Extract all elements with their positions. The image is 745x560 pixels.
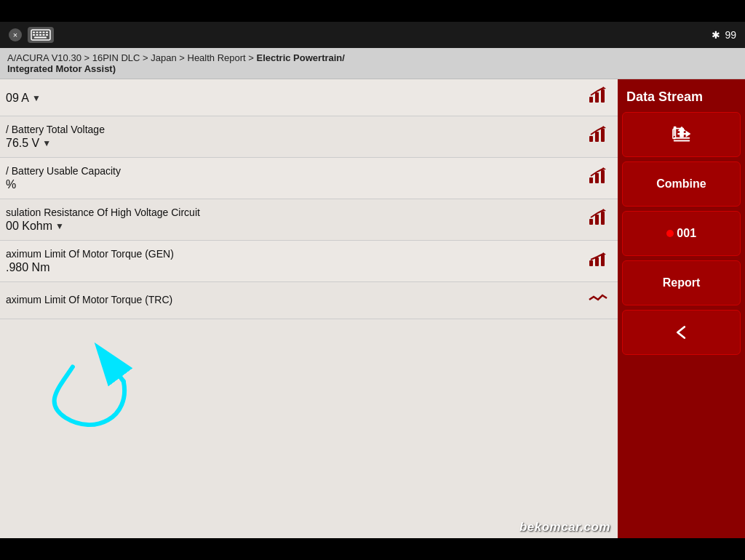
data-value: 09 A ▼ bbox=[6, 92, 587, 105]
combine-button[interactable]: Combine bbox=[622, 161, 741, 207]
data-label: aximum Limit Of Motor Torque (TRC) bbox=[6, 294, 587, 305]
table-row: / Battery Usable Capacity % bbox=[0, 158, 618, 199]
rec-dot-icon bbox=[666, 230, 674, 237]
export-icon bbox=[671, 124, 693, 145]
status-left: × bbox=[9, 27, 54, 43]
record-button[interactable]: 001 bbox=[622, 211, 741, 256]
breadcrumb-path: A/ACURA V10.30 > 16PIN DLC > Japan > Hea… bbox=[7, 52, 257, 63]
data-list: 09 A ▼ / Battery Total bbox=[0, 79, 618, 538]
svg-rect-14 bbox=[601, 89, 605, 103]
svg-rect-1 bbox=[33, 32, 35, 33]
status-right: ✱ 99 bbox=[712, 29, 736, 41]
dropdown-arrow-icon[interactable]: ▼ bbox=[55, 221, 64, 231]
row-left: / Battery Total Voltage 76.5 V ▼ bbox=[6, 124, 587, 150]
dropdown-arrow-icon[interactable]: ▼ bbox=[32, 93, 41, 103]
close-label: × bbox=[13, 31, 17, 39]
data-value: % bbox=[6, 178, 587, 191]
svg-rect-9 bbox=[43, 34, 45, 36]
svg-rect-26 bbox=[601, 212, 605, 225]
combine-label: Combine bbox=[656, 177, 706, 191]
breadcrumb: A/ACURA V10.30 > 16PIN DLC > Japan > Hea… bbox=[0, 48, 745, 79]
data-label: / Battery Total Voltage bbox=[6, 124, 587, 135]
row-left: aximum Limit Of Motor Torque (TRC) bbox=[6, 294, 587, 307]
svg-rect-24 bbox=[589, 219, 593, 225]
svg-rect-18 bbox=[601, 129, 605, 142]
data-label: sulation Resistance Of High Voltage Circ… bbox=[6, 207, 587, 218]
svg-rect-2 bbox=[36, 32, 39, 33]
svg-rect-10 bbox=[46, 34, 48, 36]
report-button[interactable]: Report bbox=[622, 260, 741, 305]
svg-rect-13 bbox=[595, 92, 599, 103]
svg-rect-6 bbox=[33, 34, 35, 36]
svg-rect-20 bbox=[589, 177, 593, 183]
chart-icon[interactable] bbox=[587, 289, 609, 311]
chart-icon[interactable] bbox=[587, 250, 609, 272]
data-label: / Battery Usable Capacity bbox=[6, 165, 587, 177]
row-left: aximum Limit Of Motor Torque (GEN) .980 … bbox=[6, 248, 587, 274]
svg-rect-11 bbox=[34, 37, 47, 39]
data-value: .980 Nm bbox=[6, 261, 587, 274]
row-left: sulation Resistance Of High Voltage Circ… bbox=[6, 207, 587, 233]
svg-marker-41 bbox=[685, 130, 690, 137]
table-row: aximum Limit Of Motor Torque (TRC) bbox=[0, 282, 618, 319]
svg-rect-35 bbox=[673, 140, 690, 142]
right-sidebar: Data Stream Combine bbox=[618, 79, 745, 538]
svg-rect-25 bbox=[595, 215, 599, 225]
chart-icon[interactable] bbox=[587, 87, 609, 108]
svg-rect-12 bbox=[589, 97, 593, 103]
chart-icon[interactable] bbox=[587, 126, 609, 148]
svg-rect-21 bbox=[595, 173, 599, 183]
row-left: / Battery Usable Capacity % bbox=[6, 165, 587, 191]
data-value: 76.5 V ▼ bbox=[6, 137, 587, 150]
svg-rect-7 bbox=[36, 34, 39, 36]
row-left: 09 A ▼ bbox=[6, 90, 587, 105]
chart-icon[interactable] bbox=[587, 167, 609, 189]
svg-rect-3 bbox=[39, 32, 41, 33]
keyboard-icon bbox=[28, 27, 54, 43]
data-label: aximum Limit Of Motor Torque (GEN) bbox=[6, 248, 587, 260]
svg-rect-29 bbox=[595, 257, 599, 266]
svg-line-33 bbox=[113, 367, 124, 381]
watermark: bekomcar.com bbox=[519, 520, 610, 535]
bluetooth-icon: ✱ bbox=[712, 29, 720, 41]
table-row: / Battery Total Voltage 76.5 V ▼ bbox=[0, 116, 618, 158]
sidebar-title: Data Stream bbox=[622, 84, 741, 108]
data-value: 00 Kohm ▼ bbox=[6, 220, 587, 233]
close-icon[interactable]: × bbox=[9, 28, 22, 41]
export-button[interactable] bbox=[622, 112, 741, 157]
svg-rect-5 bbox=[46, 32, 48, 33]
table-row: 09 A ▼ bbox=[0, 79, 618, 116]
table-row: aximum Limit Of Motor Torque (GEN) .980 … bbox=[0, 241, 618, 282]
back-button[interactable] bbox=[622, 310, 741, 355]
svg-rect-28 bbox=[589, 260, 593, 266]
record-label: 001 bbox=[674, 227, 696, 240]
svg-rect-17 bbox=[595, 132, 599, 142]
report-label: Report bbox=[663, 276, 701, 289]
status-bar: × ✱ 99 bbox=[0, 22, 745, 48]
svg-rect-30 bbox=[601, 255, 605, 266]
back-icon bbox=[671, 321, 693, 343]
svg-rect-4 bbox=[43, 32, 45, 33]
table-row: sulation Resistance Of High Voltage Circ… bbox=[0, 199, 618, 241]
chart-icon[interactable] bbox=[587, 209, 609, 231]
dropdown-arrow-icon[interactable]: ▼ bbox=[42, 138, 51, 148]
svg-rect-8 bbox=[39, 34, 41, 36]
svg-rect-16 bbox=[589, 136, 593, 142]
svg-rect-22 bbox=[601, 170, 605, 183]
main-content: 09 A ▼ / Battery Total bbox=[0, 79, 745, 538]
battery-level: 99 bbox=[725, 29, 736, 41]
